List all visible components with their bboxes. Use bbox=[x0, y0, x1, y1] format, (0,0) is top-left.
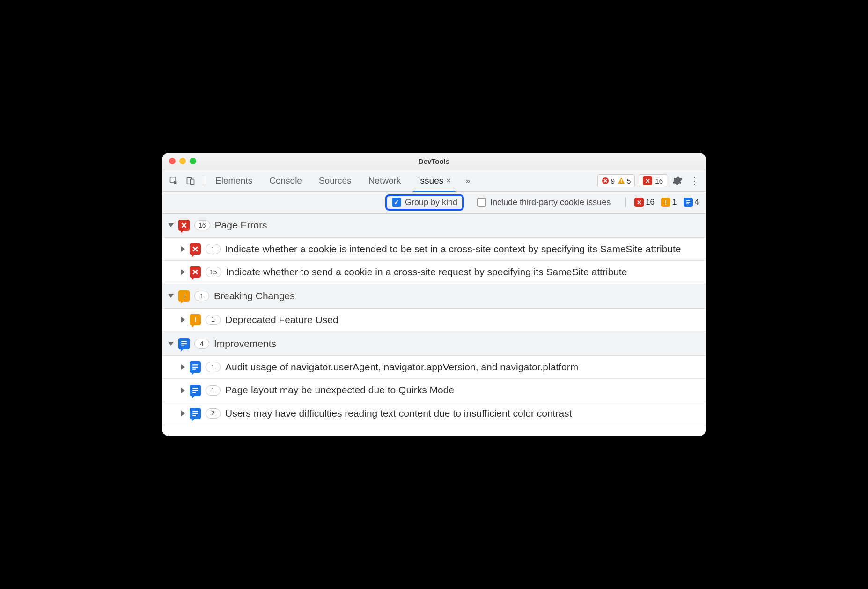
tab-elements[interactable]: Elements bbox=[209, 170, 259, 191]
error-speech-icon bbox=[190, 243, 201, 255]
group-title: Improvements bbox=[214, 338, 276, 349]
svg-rect-5 bbox=[621, 182, 622, 183]
error-speech-icon bbox=[178, 220, 190, 231]
group-header-breaking-changes[interactable]: !1Breaking Changes bbox=[162, 284, 706, 309]
tab-sources[interactable]: Sources bbox=[312, 170, 358, 191]
svg-rect-8 bbox=[686, 204, 689, 205]
expand-toggle-icon bbox=[181, 411, 185, 416]
issues-list: 16Page Errors1Indicate whether a cookie … bbox=[162, 214, 706, 425]
issue-title: Deprecated Feature Used bbox=[225, 313, 700, 326]
inspect-element-icon[interactable] bbox=[167, 174, 180, 187]
issue-title: Indicate whether to send a cookie in a c… bbox=[226, 265, 700, 279]
toggle-device-toolbar-icon[interactable] bbox=[184, 174, 197, 187]
footer-spacer bbox=[162, 425, 706, 436]
issue-title: Indicate whether a cookie is intended to… bbox=[225, 243, 700, 256]
warning-speech-icon: ! bbox=[178, 290, 190, 302]
group-by-kind-checkbox[interactable]: Group by kind bbox=[385, 194, 464, 211]
warning-speech-icon: ! bbox=[190, 314, 201, 325]
error-count-chip[interactable]: ✕ 16 bbox=[634, 198, 655, 207]
expand-toggle-icon bbox=[168, 294, 174, 298]
group-title: Breaking Changes bbox=[214, 290, 295, 302]
devtools-window: DevTools Elements Console Sources Networ… bbox=[162, 153, 706, 436]
svg-rect-4 bbox=[621, 179, 622, 182]
include-third-party-checkbox[interactable]: Include third-party cookie issues bbox=[472, 196, 615, 209]
error-icon bbox=[602, 177, 609, 184]
info-count-chip[interactable]: 4 bbox=[684, 198, 699, 207]
svg-rect-12 bbox=[192, 364, 198, 365]
warning-count-chip[interactable]: ! 1 bbox=[661, 198, 677, 207]
svg-rect-7 bbox=[686, 202, 690, 203]
svg-rect-2 bbox=[190, 179, 194, 185]
window-title: DevTools bbox=[162, 157, 706, 165]
close-tab-icon[interactable]: × bbox=[446, 176, 451, 185]
main-tabbar: Elements Console Sources Network Issues … bbox=[162, 170, 706, 192]
expand-toggle-icon bbox=[168, 342, 174, 346]
error-count: 9 bbox=[611, 177, 615, 185]
svg-rect-13 bbox=[192, 367, 198, 368]
group-count-badge: 4 bbox=[194, 339, 209, 349]
issue-count-badge: 1 bbox=[206, 244, 221, 254]
tab-issues-label: Issues bbox=[418, 176, 443, 186]
svg-rect-18 bbox=[192, 411, 198, 412]
issue-title: Audit usage of navigator.userAgent, navi… bbox=[225, 361, 700, 374]
warning-count: 5 bbox=[627, 177, 631, 185]
warning-icon bbox=[618, 177, 625, 184]
expand-toggle-icon bbox=[181, 246, 185, 252]
expand-toggle-icon bbox=[181, 388, 185, 393]
checkbox-unchecked-icon bbox=[477, 198, 486, 207]
issue-count-badge: 1 bbox=[206, 362, 221, 372]
error-badge-icon: ✕ bbox=[643, 176, 652, 185]
minimize-window-button[interactable] bbox=[179, 158, 186, 164]
svg-rect-6 bbox=[686, 200, 690, 201]
checkbox-checked-icon bbox=[392, 198, 401, 207]
tab-console[interactable]: Console bbox=[263, 170, 309, 191]
issues-status-total[interactable]: ✕ 16 bbox=[639, 174, 667, 187]
issues-filterbar: Group by kind Include third-party cookie… bbox=[162, 192, 706, 214]
tabs-overflow-icon[interactable]: » bbox=[461, 174, 474, 187]
tab-issues[interactable]: Issues × bbox=[411, 170, 457, 191]
issue-row[interactable]: !1Deprecated Feature Used bbox=[162, 309, 706, 331]
info-badge-icon bbox=[684, 198, 693, 207]
issue-row[interactable]: 1Audit usage of navigator.userAgent, nav… bbox=[162, 356, 706, 379]
issue-count-badge: 1 bbox=[206, 315, 221, 325]
expand-toggle-icon bbox=[181, 269, 185, 275]
svg-rect-19 bbox=[192, 413, 198, 414]
console-status-errors-warnings[interactable]: 9 5 bbox=[597, 174, 635, 187]
more-options-icon[interactable]: ⋮ bbox=[688, 174, 701, 187]
info-speech-icon bbox=[190, 408, 201, 419]
zoom-window-button[interactable] bbox=[190, 158, 196, 164]
expand-toggle-icon bbox=[181, 317, 185, 323]
issue-row[interactable]: 15Indicate whether to send a cookie in a… bbox=[162, 261, 706, 284]
svg-rect-16 bbox=[192, 390, 198, 390]
issue-count-badge: 1 bbox=[206, 385, 221, 396]
issue-count-badge: 15 bbox=[206, 267, 221, 277]
svg-rect-11 bbox=[181, 345, 184, 346]
divider bbox=[625, 197, 626, 207]
issue-count-badge: 2 bbox=[206, 408, 221, 419]
issue-row[interactable]: 2Users may have difficulties reading tex… bbox=[162, 402, 706, 425]
close-window-button[interactable] bbox=[169, 158, 176, 164]
group-header-improvements[interactable]: 4Improvements bbox=[162, 331, 706, 356]
group-header-page-errors[interactable]: 16Page Errors bbox=[162, 214, 706, 238]
traffic-lights bbox=[162, 158, 196, 164]
issue-title: Users may have difficulties reading text… bbox=[225, 407, 700, 420]
info-speech-icon bbox=[178, 338, 190, 349]
settings-gear-icon[interactable] bbox=[671, 174, 684, 187]
divider bbox=[203, 176, 203, 186]
svg-rect-17 bbox=[192, 392, 196, 393]
info-speech-icon bbox=[190, 361, 201, 373]
warning-badge-icon: ! bbox=[661, 198, 670, 207]
expand-toggle-icon bbox=[168, 223, 174, 227]
svg-rect-20 bbox=[192, 415, 196, 416]
expand-toggle-icon bbox=[181, 364, 185, 370]
titlebar: DevTools bbox=[162, 153, 706, 170]
tab-network[interactable]: Network bbox=[362, 170, 408, 191]
error-speech-icon bbox=[190, 266, 201, 278]
error-badge-icon: ✕ bbox=[634, 198, 644, 207]
group-title: Page Errors bbox=[215, 220, 267, 231]
group-count-badge: 1 bbox=[194, 291, 209, 301]
issue-row[interactable]: 1Indicate whether a cookie is intended t… bbox=[162, 238, 706, 261]
issue-row[interactable]: 1Page layout may be unexpected due to Qu… bbox=[162, 379, 706, 402]
svg-rect-14 bbox=[192, 369, 196, 370]
include-third-party-label: Include third-party cookie issues bbox=[490, 198, 611, 207]
